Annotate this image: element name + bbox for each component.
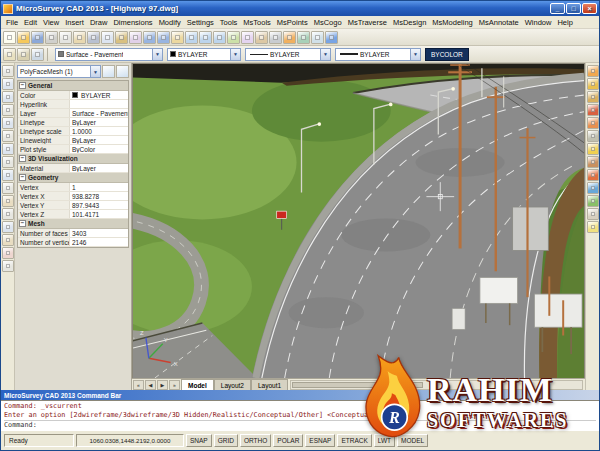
maximize-button[interactable]: □: [566, 3, 581, 14]
property-row[interactable]: Plot styleByColor: [18, 145, 128, 154]
tab-layout1[interactable]: Layout1: [251, 379, 288, 390]
menu-item-help[interactable]: Help: [554, 17, 575, 28]
menu-item-view[interactable]: View: [40, 17, 62, 28]
property-row[interactable]: ColorBYLAYER: [18, 91, 128, 100]
lineweight-combo[interactable]: BYLAYER ▼: [335, 48, 421, 61]
status-toggle-ortho[interactable]: ORTHO: [240, 434, 271, 447]
status-toggle-polar[interactable]: POLAR: [273, 434, 303, 447]
model-viewport[interactable]: X Y Z: [132, 63, 585, 378]
status-toggle-etrack[interactable]: ETRACK: [337, 434, 371, 447]
property-row[interactable]: Number of vertices2146: [18, 238, 128, 247]
horizontal-scrollbar[interactable]: [290, 380, 583, 390]
polygon-tool-icon[interactable]: [2, 143, 14, 155]
select-tool-icon[interactable]: [2, 65, 14, 77]
quick-select-button[interactable]: [102, 65, 115, 78]
draw-order-icon[interactable]: [269, 31, 282, 44]
zoom-window-icon[interactable]: [199, 31, 212, 44]
status-toggle-grid[interactable]: GRID: [214, 434, 238, 447]
line-tool-icon[interactable]: [2, 78, 14, 90]
linetype-combo[interactable]: BYLAYER ▼: [245, 48, 331, 61]
collapse-icon[interactable]: −: [19, 155, 26, 162]
tab-next-button[interactable]: ▶: [157, 380, 168, 390]
help-icon[interactable]: [325, 31, 338, 44]
menu-item-mstraverse[interactable]: MsTraverse: [345, 17, 390, 28]
chevron-down-icon[interactable]: ▼: [230, 49, 240, 60]
color-combo[interactable]: BYLAYER ▼: [167, 48, 241, 61]
walkthrough-icon[interactable]: [587, 195, 599, 207]
menu-item-mscogo[interactable]: MsCogo: [311, 17, 345, 28]
print-preview-icon[interactable]: [59, 31, 72, 44]
pan-icon[interactable]: [171, 31, 184, 44]
layer-previous-icon[interactable]: [17, 48, 30, 61]
command-line-area[interactable]: Command: _vscurrentEnter an option [2dwi…: [1, 400, 599, 430]
menu-item-modify[interactable]: Modify: [156, 17, 184, 28]
layer-states-icon[interactable]: [31, 48, 44, 61]
property-row[interactable]: Vertex Z101.4171: [18, 210, 128, 219]
close-button[interactable]: ×: [582, 3, 597, 14]
collapse-icon[interactable]: −: [19, 220, 26, 227]
light-icon[interactable]: [587, 221, 599, 233]
chevron-down-icon[interactable]: ▼: [152, 49, 162, 60]
animation-icon[interactable]: [587, 208, 599, 220]
save-icon[interactable]: [31, 31, 44, 44]
property-row[interactable]: Vertex1: [18, 183, 128, 192]
status-toggle-esnap[interactable]: ESNAP: [305, 434, 335, 447]
realistic-view-icon[interactable]: [587, 104, 599, 116]
cut-icon[interactable]: [87, 31, 100, 44]
layer-combo[interactable]: Surface - Pavement ▼: [55, 48, 163, 61]
chevron-down-icon[interactable]: ▼: [410, 49, 420, 60]
property-row[interactable]: LayerSurface - Pavement: [18, 109, 128, 118]
open-file-icon[interactable]: [17, 31, 30, 44]
explode-tool-icon[interactable]: [2, 260, 14, 272]
hidden-view-icon[interactable]: [587, 91, 599, 103]
hatch-tool-icon[interactable]: [2, 195, 14, 207]
point-tool-icon[interactable]: [2, 182, 14, 194]
text-tool-icon[interactable]: [2, 208, 14, 220]
menu-item-draw[interactable]: Draw: [87, 17, 111, 28]
copy-icon[interactable]: [101, 31, 114, 44]
tab-model[interactable]: Model: [181, 379, 214, 390]
tab-layout2[interactable]: Layout2: [214, 379, 251, 390]
spelling-icon[interactable]: [73, 31, 86, 44]
paste-icon[interactable]: [115, 31, 128, 44]
scrollbar-thumb[interactable]: [292, 382, 423, 388]
status-toggle-model[interactable]: MODEL: [397, 434, 428, 447]
conceptual-view-icon[interactable]: [587, 117, 599, 129]
property-row[interactable]: LinetypeByLayer: [18, 118, 128, 127]
erase-tool-icon[interactable]: [2, 247, 14, 259]
undo-icon[interactable]: [143, 31, 156, 44]
menu-item-msdesign[interactable]: MsDesign: [390, 17, 429, 28]
menu-item-tools[interactable]: Tools: [217, 17, 241, 28]
chevron-down-icon[interactable]: ▼: [90, 66, 100, 77]
sun-icon[interactable]: [587, 143, 599, 155]
render-icon[interactable]: [283, 31, 296, 44]
zoom-previous-icon[interactable]: [213, 31, 226, 44]
camera-icon[interactable]: [587, 182, 599, 194]
property-row[interactable]: Vertex X938.8278: [18, 192, 128, 201]
minimize-button[interactable]: _: [550, 3, 565, 14]
tab-last-button[interactable]: »: [169, 380, 180, 390]
collapse-icon[interactable]: −: [19, 82, 26, 89]
render-scene-icon[interactable]: [587, 169, 599, 181]
tab-prev-button[interactable]: ◀: [145, 380, 156, 390]
menu-item-settings[interactable]: Settings: [184, 17, 217, 28]
menu-item-window[interactable]: Window: [522, 17, 555, 28]
circle-tool-icon[interactable]: [2, 104, 14, 116]
select-objects-button[interactable]: [116, 65, 129, 78]
menu-item-mspoints[interactable]: MsPoints: [274, 17, 311, 28]
new-file-icon[interactable]: [3, 31, 16, 44]
menu-item-msmodeling[interactable]: MsModeling: [429, 17, 475, 28]
property-row[interactable]: Number of faces3403: [18, 229, 128, 238]
arc-tool-icon[interactable]: [2, 117, 14, 129]
format-painter-icon[interactable]: [129, 31, 142, 44]
properties-icon[interactable]: [227, 31, 240, 44]
zoom-realtime-icon[interactable]: [185, 31, 198, 44]
polyline-tool-icon[interactable]: [2, 91, 14, 103]
dimension-tool-icon[interactable]: [2, 221, 14, 233]
menu-item-mstools[interactable]: MsTools: [240, 17, 274, 28]
drawing-explorer-icon[interactable]: [255, 31, 268, 44]
chevron-down-icon[interactable]: ▼: [320, 49, 330, 60]
distance-icon[interactable]: [311, 31, 324, 44]
property-row[interactable]: Hyperlink: [18, 100, 128, 109]
status-toggle-snap[interactable]: SNAP: [186, 434, 212, 447]
